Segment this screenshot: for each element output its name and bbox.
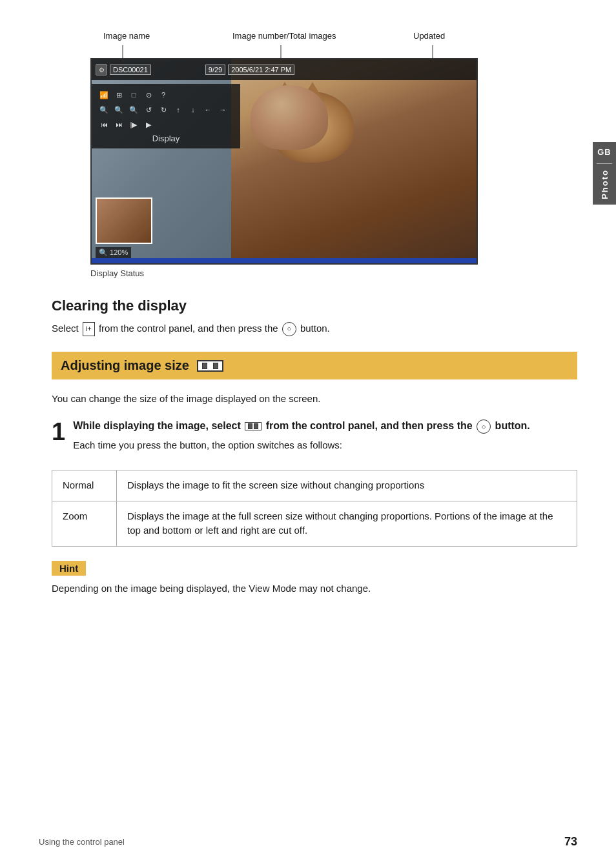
down-icon: ↓ <box>187 104 199 116</box>
zoom-icon-small: 🔍 <box>99 248 108 256</box>
step1-title: While displaying the image, select from … <box>73 418 530 434</box>
section-clearing: Clearing the display Select i+ from the … <box>52 298 577 336</box>
bar2 <box>213 363 218 369</box>
clearing-title: Clearing the display <box>52 298 577 314</box>
footer-label: Using the control panel <box>39 837 125 847</box>
ctrl-row-3: ⏮ ⏭ |▶ ▶ <box>98 119 234 130</box>
circle-icon: ⊙ <box>143 89 154 101</box>
ctrl-row-1: 📶 ⊞ □ ⊙ ? <box>98 89 234 101</box>
label-updated: Updated <box>413 31 445 41</box>
section-description: You can change the size of the image dis… <box>52 391 577 407</box>
bottom-bar <box>92 258 477 263</box>
adjusting-title: Adjusting image size <box>61 358 189 373</box>
screenshot-topbar: ⚙ DSC00021 9/29 2005/6/21 2:47 PM <box>92 59 477 80</box>
description-cell: Displays the image to fit the screen siz… <box>117 470 577 501</box>
description-cell: Displays the image at the full screen si… <box>117 501 577 546</box>
cat-image <box>231 59 477 263</box>
section-adjusting: Adjusting image size <box>52 352 577 379</box>
screenshot-frame: ⚙ DSC00021 9/29 2005/6/21 2:47 PM 📶 ⊞ □ … <box>90 58 478 265</box>
step1-size-icon <box>245 422 262 430</box>
step1-circle-icon: ○ <box>477 419 491 434</box>
hint-box: Hint Depending on the image being displa… <box>52 561 577 596</box>
rotate-icon: ↺ <box>143 104 154 116</box>
control-panel-area: 📶 ⊞ □ ⊙ ? 🔍 🔍 🔍 ↺ ↻ ↑ ↓ ← → <box>92 84 240 148</box>
box-icon: □ <box>128 89 139 101</box>
thumbnail-panel <box>96 197 152 244</box>
step1-content: While displaying the image, select from … <box>73 418 530 462</box>
label-image-number: Image number/Total images <box>232 31 336 41</box>
option-cell: Zoom <box>52 501 117 546</box>
footer-page: 73 <box>564 835 577 849</box>
datetime-display: 2005/6/21 2:47 PM <box>228 65 294 75</box>
zoom-in-lg-icon: 🔍 <box>128 104 139 116</box>
hint-text: Depending on the image being displayed, … <box>52 581 577 596</box>
up-icon: ↑ <box>172 104 184 116</box>
count-display: 9/29 <box>205 65 225 75</box>
display-button-label: Display <box>98 134 234 143</box>
display-status-label: Display Status <box>90 268 577 278</box>
ctrl-row-2: 🔍 🔍 🔍 ↺ ↻ ↑ ↓ ← → <box>98 104 234 116</box>
wifi-icon: 📶 <box>98 89 110 101</box>
option-cell: Normal <box>52 470 117 501</box>
zoom-out-icon: 🔍 <box>98 104 110 116</box>
camera-icon: ⚙ <box>96 64 107 76</box>
table-row: NormalDisplays the image to fit the scre… <box>52 470 577 501</box>
zoom-label: 🔍 120% <box>96 247 131 258</box>
clearing-body: Select i+ from the control panel, and th… <box>52 321 577 336</box>
skip-back-icon: ⏮ <box>98 119 110 130</box>
hint-label: Hint <box>52 561 86 576</box>
iplus-icon: i+ <box>83 322 95 336</box>
left-icon: ← <box>202 104 214 116</box>
right-icon: → <box>217 104 229 116</box>
label-image-name: Image name <box>103 31 150 41</box>
step1-subtitle: Each time you press the button, the opti… <box>73 438 530 453</box>
fwd-icon: ⏭ <box>113 119 125 130</box>
rotate2-icon: ↻ <box>158 104 169 116</box>
memory-icon: ⊞ <box>113 89 125 101</box>
diagram-labels-row: Image name Image number/Total images Upd… <box>90 26 491 58</box>
bar1 <box>202 363 207 369</box>
step1-number: 1 <box>52 419 65 462</box>
step1-container: 1 While displaying the image, select fro… <box>52 418 577 462</box>
diagram-section: Image name Image number/Total images Upd… <box>52 26 577 278</box>
question-icon: ? <box>158 89 169 101</box>
filename-display: DSC00021 <box>110 65 151 75</box>
table-row: ZoomDisplays the image at the full scree… <box>52 501 577 546</box>
page-footer: Using the control panel 73 <box>39 835 577 849</box>
skip-icon: |▶ <box>128 119 139 130</box>
adjusting-size-icon <box>197 360 223 372</box>
circle-button-icon: ○ <box>282 322 296 336</box>
play-icon: ▶ <box>143 119 154 130</box>
options-table: NormalDisplays the image to fit the scre… <box>52 470 577 547</box>
zoom-in-sm-icon: 🔍 <box>113 104 125 116</box>
